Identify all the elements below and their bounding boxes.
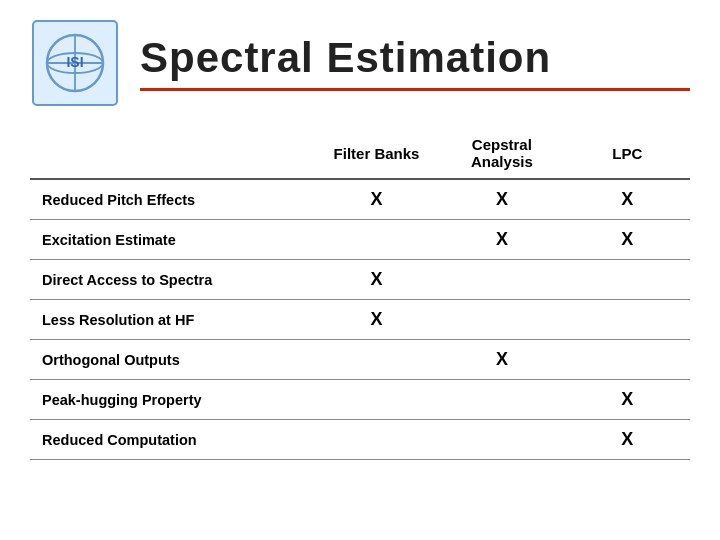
title-underline	[140, 88, 690, 91]
logo: ISI	[30, 18, 120, 108]
col-header-lpc: LPC	[565, 128, 690, 179]
table-row: Peak-hugging PropertyX	[30, 380, 690, 420]
row-filter_banks: X	[314, 300, 439, 340]
row-lpc	[565, 340, 690, 380]
row-filter_banks	[314, 380, 439, 420]
table-row: Orthogonal OutputsX	[30, 340, 690, 380]
col-header-feature	[30, 128, 314, 179]
row-filter_banks	[314, 220, 439, 260]
row-cepstral_analysis: X	[439, 340, 564, 380]
title-block: Spectral Estimation	[140, 35, 690, 90]
row-label: Less Resolution at HF	[30, 300, 314, 340]
col-header-cepstral: CepstralAnalysis	[439, 128, 564, 179]
row-label: Excitation Estimate	[30, 220, 314, 260]
row-cepstral_analysis: X	[439, 220, 564, 260]
row-lpc: X	[565, 179, 690, 220]
page-title: Spectral Estimation	[140, 35, 690, 81]
row-lpc: X	[565, 380, 690, 420]
row-label: Direct Access to Spectra	[30, 260, 314, 300]
row-label: Peak-hugging Property	[30, 380, 314, 420]
row-lpc: X	[565, 220, 690, 260]
row-filter_banks	[314, 340, 439, 380]
row-label: Reduced Pitch Effects	[30, 179, 314, 220]
header: ISI Spectral Estimation	[0, 0, 720, 118]
row-cepstral_analysis	[439, 300, 564, 340]
row-lpc: X	[565, 420, 690, 460]
row-cepstral_analysis	[439, 260, 564, 300]
table-row: Reduced ComputationX	[30, 420, 690, 460]
table-row: Excitation EstimateXX	[30, 220, 690, 260]
row-filter_banks	[314, 420, 439, 460]
row-cepstral_analysis: X	[439, 179, 564, 220]
table-row: Direct Access to SpectraX	[30, 260, 690, 300]
svg-text:ISI: ISI	[66, 54, 83, 70]
page: ISI Spectral Estimation Filter Banks Cep…	[0, 0, 720, 540]
row-filter_banks: X	[314, 260, 439, 300]
row-lpc	[565, 260, 690, 300]
row-label: Reduced Computation	[30, 420, 314, 460]
table-row: Less Resolution at HFX	[30, 300, 690, 340]
row-label: Orthogonal Outputs	[30, 340, 314, 380]
row-cepstral_analysis	[439, 420, 564, 460]
row-cepstral_analysis	[439, 380, 564, 420]
col-header-filter-banks: Filter Banks	[314, 128, 439, 179]
table-row: Reduced Pitch EffectsXXX	[30, 179, 690, 220]
row-lpc	[565, 300, 690, 340]
table-header-row: Filter Banks CepstralAnalysis LPC	[30, 128, 690, 179]
comparison-table: Filter Banks CepstralAnalysis LPC Reduce…	[30, 128, 690, 460]
table-container: Filter Banks CepstralAnalysis LPC Reduce…	[0, 118, 720, 540]
row-filter_banks: X	[314, 179, 439, 220]
